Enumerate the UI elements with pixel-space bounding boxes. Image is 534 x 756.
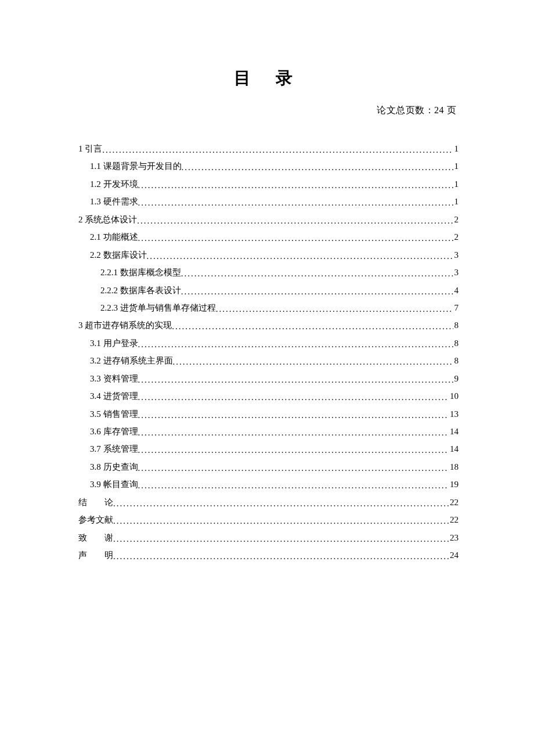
toc-entry: 3.1 用户登录8 — [78, 334, 459, 352]
toc-entry: 1.2 开发环境1 — [78, 175, 459, 193]
toc-entry-page: 8 — [453, 316, 459, 334]
toc-entry: 2.2.2 数据库各表设计4 — [78, 282, 459, 299]
toc-dots — [147, 247, 453, 265]
toc-entry-label: 结 论 — [78, 494, 113, 511]
toc-entry-page: 8 — [453, 334, 459, 352]
page-count-text: 论文总页数：24 页 — [78, 105, 459, 117]
toc-entry-label: 1.3 硬件需求 — [90, 193, 138, 210]
toc-entry-label: 1 引言 — [78, 140, 102, 157]
toc-dots — [181, 283, 453, 300]
toc-entry-label: 3.2 进存销系统主界面 — [90, 352, 173, 369]
toc-entry-page: 14 — [449, 440, 459, 458]
toc-dots — [137, 212, 453, 229]
toc-entry-page: 1 — [453, 193, 459, 210]
toc-entry-page: 2 — [453, 228, 459, 246]
toc-entry-page: 2 — [453, 211, 459, 228]
toc-entry-page: 22 — [449, 494, 459, 511]
toc-dots — [113, 548, 449, 565]
toc-dots — [138, 371, 453, 388]
toc-dots — [113, 495, 449, 512]
toc-entry-page: 3 — [453, 264, 459, 281]
toc-entry-label: 3 超市进存销系统的实现 — [78, 316, 172, 334]
toc-entry: 3.5 销售管理13 — [78, 405, 459, 423]
toc-entry-label: 2 系统总体设计 — [78, 211, 137, 228]
toc-entry: 1 引言1 — [78, 140, 459, 157]
document-page: 目 录 论文总页数：24 页 1 引言11.1 课题背景与开发目的11.2 开发… — [0, 0, 534, 564]
toc-entry-page: 1 — [453, 140, 459, 157]
toc-dots — [182, 159, 453, 176]
toc-entry-label: 参考文献 — [78, 511, 113, 528]
toc-entry: 2.1 功能概述2 — [78, 228, 459, 246]
toc-dots — [138, 194, 453, 211]
toc-dots — [216, 300, 453, 318]
toc-list: 1 引言11.1 课题背景与开发目的11.2 开发环境11.3 硬件需求12 系… — [78, 140, 459, 564]
toc-entry-label: 2.2.1 数据库概念模型 — [100, 264, 181, 281]
toc-dots — [138, 441, 449, 459]
toc-entry: 3.3 资料管理9 — [78, 370, 459, 387]
toc-entry-label: 3.3 资料管理 — [90, 370, 138, 387]
toc-entry-page: 7 — [453, 299, 459, 316]
toc-entry: 3 超市进存销系统的实现8 — [78, 316, 459, 334]
toc-entry: 3.7 系统管理14 — [78, 440, 459, 458]
toc-entry-page: 13 — [449, 405, 459, 423]
toc-entry-label: 3.6 库存管理 — [90, 423, 138, 440]
toc-entry: 致 谢23 — [78, 529, 459, 546]
toc-entry: 参考文献22 — [78, 511, 459, 528]
toc-entry: 2 系统总体设计2 — [78, 211, 459, 228]
toc-dots — [113, 530, 449, 548]
toc-entry: 1.3 硬件需求1 — [78, 193, 459, 210]
toc-entry-label: 3.7 系统管理 — [90, 440, 138, 458]
toc-dots — [138, 459, 449, 477]
toc-title: 目 录 — [78, 67, 459, 90]
toc-dots — [138, 477, 449, 494]
toc-entry-label: 3.8 历史查询 — [90, 458, 138, 476]
toc-entry: 3.4 进货管理10 — [78, 387, 459, 405]
toc-entry-page: 23 — [449, 529, 459, 546]
toc-entry-label: 2.2.3 进货单与销售单存储过程 — [100, 299, 216, 316]
toc-entry-label: 1.2 开发环境 — [90, 175, 138, 193]
toc-entry-page: 22 — [449, 511, 459, 528]
toc-entry-page: 19 — [449, 476, 459, 493]
title-container: 目 录 — [78, 67, 459, 90]
toc-entry: 2.2.3 进货单与销售单存储过程7 — [78, 299, 459, 316]
toc-entry-page: 1 — [453, 175, 459, 193]
toc-entry-label: 3.1 用户登录 — [90, 334, 138, 352]
toc-entry: 结 论22 — [78, 494, 459, 511]
toc-entry: 声 明24 — [78, 546, 459, 564]
toc-entry-page: 1 — [453, 157, 459, 175]
toc-dots — [173, 353, 453, 370]
toc-entry: 3.8 历史查询18 — [78, 458, 459, 476]
toc-entry-page: 9 — [453, 370, 459, 387]
toc-entry-label: 3.4 进货管理 — [90, 387, 138, 405]
toc-dots — [113, 512, 449, 530]
toc-entry-page: 14 — [449, 423, 459, 440]
toc-entry-label: 致 谢 — [78, 529, 113, 546]
toc-entry: 3.6 库存管理14 — [78, 423, 459, 440]
toc-dots — [138, 388, 449, 406]
toc-dots — [138, 336, 453, 353]
toc-entry-label: 2.1 功能概述 — [90, 228, 138, 246]
toc-dots — [138, 406, 449, 424]
toc-dots — [102, 141, 453, 159]
toc-entry-page: 10 — [449, 387, 459, 405]
toc-entry-label: 2.2.2 数据库各表设计 — [100, 282, 181, 299]
toc-entry-label: 3.5 销售管理 — [90, 405, 138, 423]
toc-entry-label: 声 明 — [78, 546, 113, 564]
toc-entry-page: 3 — [453, 246, 459, 264]
toc-entry: 2.2 数据库设计3 — [78, 246, 459, 264]
toc-entry: 3.9 帐目查询19 — [78, 476, 459, 493]
toc-dots — [138, 424, 449, 441]
toc-entry-page: 8 — [453, 352, 459, 369]
toc-entry-label: 2.2 数据库设计 — [90, 246, 147, 264]
toc-dots — [172, 318, 453, 335]
toc-entry-page: 24 — [449, 546, 459, 564]
toc-entry-label: 1.1 课题背景与开发目的 — [90, 157, 182, 175]
toc-entry-page: 18 — [449, 458, 459, 476]
toc-entry: 3.2 进存销系统主界面8 — [78, 352, 459, 369]
toc-entry: 1.1 课题背景与开发目的1 — [78, 157, 459, 175]
toc-dots — [138, 177, 453, 194]
toc-entry-label: 3.9 帐目查询 — [90, 476, 138, 493]
toc-dots — [181, 265, 453, 282]
toc-dots — [138, 229, 453, 247]
toc-entry-page: 4 — [453, 282, 459, 299]
